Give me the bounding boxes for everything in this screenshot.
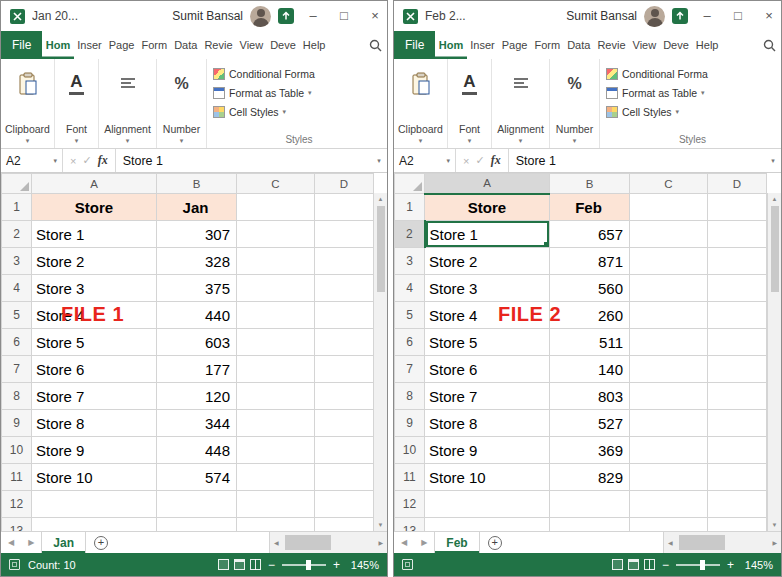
row-header[interactable]: 12: [395, 491, 425, 518]
scrollbar-track[interactable]: [677, 532, 769, 553]
row-header[interactable]: 5: [2, 302, 32, 329]
row-header[interactable]: 7: [2, 356, 32, 383]
cell-store[interactable]: Store 3: [425, 275, 550, 302]
cell-month-header[interactable]: Jan: [157, 194, 237, 221]
cell-empty[interactable]: [630, 329, 708, 356]
cell-empty[interactable]: [630, 275, 708, 302]
cell-value[interactable]: [157, 518, 237, 532]
cell-store[interactable]: Store 6: [32, 356, 157, 383]
cell-store[interactable]: Store 2: [32, 248, 157, 275]
row-header[interactable]: 7: [395, 356, 425, 383]
cell-empty[interactable]: [630, 356, 708, 383]
scroll-left-icon[interactable]: ◀: [664, 539, 677, 546]
cell-value[interactable]: 120: [157, 383, 237, 410]
minimize-button[interactable]: –: [695, 1, 719, 31]
horizontal-scrollbar[interactable]: ◀ ▶: [269, 532, 387, 553]
zoom-out-button[interactable]: −: [660, 558, 671, 572]
cell-month-header[interactable]: Feb: [550, 194, 630, 221]
cell-empty[interactable]: [315, 410, 374, 437]
formula-bar-value[interactable]: Store 1: [509, 149, 765, 172]
cell-empty[interactable]: [630, 302, 708, 329]
cell-value[interactable]: [550, 491, 630, 518]
formula-bar-value[interactable]: Store 1: [116, 149, 371, 172]
zoom-slider-thumb[interactable]: [700, 560, 705, 570]
column-header-c[interactable]: C: [237, 174, 315, 194]
cell-value[interactable]: 140: [550, 356, 630, 383]
zoom-slider[interactable]: [282, 564, 326, 566]
ribbon-tab[interactable]: Deve: [660, 31, 693, 59]
file-tab[interactable]: File: [394, 31, 435, 59]
formula-bar-expand-icon[interactable]: ▾: [765, 149, 781, 172]
scroll-right-icon[interactable]: ▶: [768, 539, 781, 546]
clipboard-group[interactable]: Clipboard ▾: [1, 59, 55, 148]
cell-store[interactable]: Store 5: [425, 329, 550, 356]
cell-empty[interactable]: [315, 383, 374, 410]
maximize-button[interactable]: □: [726, 1, 750, 31]
cell-store[interactable]: Store 8: [32, 410, 157, 437]
row-header[interactable]: 5: [395, 302, 425, 329]
cell-store[interactable]: Store 1: [425, 221, 550, 248]
cell-empty[interactable]: [708, 329, 767, 356]
cell-value[interactable]: 375: [157, 275, 237, 302]
ribbon-tab[interactable]: Hom: [435, 31, 466, 59]
zoom-percentage[interactable]: 145%: [347, 559, 379, 571]
cancel-icon[interactable]: ×: [463, 155, 469, 167]
scrollbar-thumb[interactable]: [679, 535, 725, 550]
cell-empty[interactable]: [630, 221, 708, 248]
cell-value[interactable]: 527: [550, 410, 630, 437]
avatar[interactable]: [250, 6, 271, 27]
scrollbar-thumb[interactable]: [285, 535, 331, 550]
cell-store[interactable]: Store 3: [32, 275, 157, 302]
cell-empty[interactable]: [708, 356, 767, 383]
formula-bar-expand-icon[interactable]: ▾: [371, 149, 387, 172]
zoom-out-button[interactable]: −: [266, 558, 277, 572]
maximize-button[interactable]: □: [332, 1, 356, 31]
cell-store[interactable]: [32, 491, 157, 518]
cell-empty[interactable]: [315, 356, 374, 383]
row-header[interactable]: 1: [2, 194, 32, 221]
cell-empty[interactable]: [708, 518, 767, 532]
cell-empty[interactable]: [315, 464, 374, 491]
zoom-in-button[interactable]: +: [331, 558, 342, 572]
cell-value[interactable]: 574: [157, 464, 237, 491]
scrollbar-track[interactable]: [283, 532, 375, 553]
sheet-nav-right-icon[interactable]: ▶: [21, 532, 41, 553]
file-tab[interactable]: File: [1, 31, 42, 59]
cell-value[interactable]: 307: [157, 221, 237, 248]
ribbon-tab[interactable]: Form: [138, 31, 171, 59]
scroll-down-icon[interactable]: ▼: [378, 519, 384, 531]
cell-empty[interactable]: [708, 302, 767, 329]
column-header-a[interactable]: A: [32, 174, 157, 194]
vertical-scrollbar[interactable]: ▲ ▼: [767, 193, 781, 531]
cell-empty[interactable]: [630, 410, 708, 437]
chevron-down-icon[interactable]: ▾: [53, 157, 57, 165]
alignment-group[interactable]: Alignment ▾: [99, 59, 157, 148]
ribbon-tab[interactable]: Data: [171, 31, 201, 59]
cell-styles-button[interactable]: Cell Styles ▾: [213, 102, 385, 121]
sheet-nav-right-icon[interactable]: ▶: [414, 532, 434, 553]
cell-empty[interactable]: [237, 356, 315, 383]
cell-empty[interactable]: [237, 518, 315, 532]
row-header[interactable]: 9: [395, 410, 425, 437]
ribbon-display-options-icon[interactable]: [672, 8, 688, 24]
ribbon-tab[interactable]: Page: [498, 31, 531, 59]
ribbon-display-options-icon[interactable]: [278, 8, 294, 24]
cell-value[interactable]: 440: [157, 302, 237, 329]
cell-empty[interactable]: [315, 221, 374, 248]
select-all-button[interactable]: [395, 174, 425, 194]
cell-value[interactable]: 560: [550, 275, 630, 302]
page-break-view-icon[interactable]: [250, 559, 261, 570]
cell-empty[interactable]: [708, 383, 767, 410]
cell-empty[interactable]: [708, 248, 767, 275]
sheet-nav-left-icon[interactable]: ◀: [394, 532, 414, 553]
account-name[interactable]: Sumit Bansal: [172, 9, 243, 23]
avatar[interactable]: [644, 6, 665, 27]
cell-store[interactable]: Store 7: [32, 383, 157, 410]
name-box[interactable]: A2 ▾: [394, 149, 456, 172]
enter-icon[interactable]: ✓: [82, 154, 91, 167]
cell-value[interactable]: [550, 518, 630, 532]
ribbon-tab[interactable]: Inser: [467, 31, 498, 59]
cancel-icon[interactable]: ×: [70, 155, 76, 167]
cell-empty[interactable]: [630, 491, 708, 518]
cell-store[interactable]: Store 9: [32, 437, 157, 464]
